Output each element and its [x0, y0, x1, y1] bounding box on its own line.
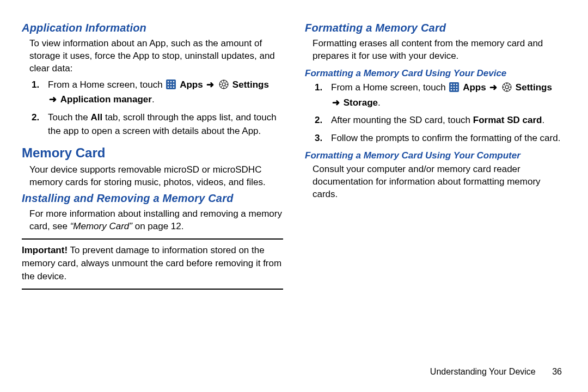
- install-text-b: on page 12.: [132, 221, 184, 231]
- svg-line-36: [509, 89, 510, 90]
- heading-format-device: Formatting a Memory Card Using Your Devi…: [305, 68, 566, 79]
- heading-memory-card: Memory Card: [22, 145, 283, 161]
- footer-section-title: Understanding Your Device: [430, 367, 536, 376]
- svg-line-15: [221, 81, 222, 82]
- svg-point-27: [451, 89, 452, 91]
- important-label: Important!: [22, 245, 68, 255]
- heading-application-information: Application Information: [22, 22, 283, 34]
- page-number: 36: [552, 367, 562, 376]
- svg-point-23: [456, 84, 458, 85]
- period: .: [542, 115, 544, 125]
- step2-a: After mounting the SD card, touch: [331, 115, 473, 125]
- step3-text: Follow the prompts to confirm the format…: [331, 133, 560, 143]
- app-info-intro: To view information about an App, such a…: [29, 38, 283, 75]
- svg-line-16: [226, 86, 227, 87]
- svg-point-24: [451, 87, 452, 88]
- svg-point-28: [454, 89, 455, 91]
- heading-install-remove: Installing and Removing a Memory Card: [22, 192, 283, 205]
- svg-point-5: [170, 84, 172, 85]
- heading-format-computer: Formatting a Memory Card Using Your Comp…: [305, 150, 566, 161]
- apps-label: Apps: [463, 82, 486, 93]
- svg-point-21: [451, 84, 452, 85]
- apps-label: Apps: [180, 79, 203, 90]
- svg-point-22: [454, 84, 455, 85]
- manual-page: Application Information To view informat…: [0, 0, 588, 392]
- install-remove-text: For more information about installing an…: [29, 208, 283, 233]
- arrow-icon: ➜: [331, 97, 341, 108]
- svg-point-3: [173, 81, 175, 83]
- svg-point-7: [168, 87, 169, 88]
- heading-formatting: Formatting a Memory Card: [305, 22, 566, 34]
- step-1: From a Home screen, touch Apps ➜ Setting…: [32, 78, 283, 107]
- svg-point-9: [173, 87, 175, 88]
- svg-point-4: [168, 84, 169, 85]
- app-manager-label: Application manager: [60, 94, 152, 105]
- arrow-icon: ➜: [488, 82, 498, 93]
- arrow-icon: ➜: [205, 79, 215, 90]
- svg-point-19: [222, 83, 225, 86]
- formatting-intro: Formatting erases all content from the m…: [313, 38, 566, 63]
- step1-pretext: From a Home screen, touch: [48, 79, 165, 90]
- two-column-layout: Application Information To view informat…: [22, 22, 566, 290]
- svg-line-35: [504, 84, 505, 85]
- important-note: Important! To prevent damage to informat…: [22, 238, 283, 289]
- step2-part-a: Touch the: [48, 112, 90, 122]
- svg-line-18: [221, 86, 222, 87]
- format-device-steps: From a Home screen, touch Apps ➜ Setting…: [315, 81, 566, 145]
- settings-label: Settings: [516, 82, 552, 93]
- svg-point-25: [454, 87, 455, 88]
- svg-point-1: [168, 81, 169, 83]
- svg-line-38: [504, 89, 505, 90]
- settings-gear-icon: [502, 82, 512, 96]
- svg-point-8: [170, 87, 172, 88]
- apps-grid-icon: [166, 79, 176, 94]
- step-1: From a Home screen, touch Apps ➜ Setting…: [315, 81, 566, 109]
- page-footer: Understanding Your Device 36: [430, 367, 562, 377]
- format-computer-text: Consult your computer and/or memory card…: [313, 163, 566, 201]
- svg-line-17: [226, 81, 227, 82]
- svg-point-6: [173, 84, 175, 85]
- step-2: Touch the All tab, scroll through the ap…: [32, 111, 283, 138]
- period: .: [378, 97, 381, 108]
- install-crossref: “Memory Card”: [70, 221, 132, 231]
- apps-grid-icon: [449, 82, 459, 96]
- svg-line-37: [509, 84, 510, 85]
- storage-label: Storage: [344, 97, 378, 108]
- step1-pretext: From a Home screen, touch: [331, 82, 448, 93]
- svg-point-39: [505, 85, 509, 89]
- all-tab-label: All: [90, 112, 102, 122]
- svg-point-26: [456, 87, 458, 88]
- svg-point-29: [456, 89, 458, 91]
- format-sd-label: Format SD card: [473, 115, 542, 125]
- settings-label: Settings: [232, 79, 269, 90]
- svg-point-2: [170, 81, 172, 83]
- arrow-icon: ➜: [48, 94, 58, 105]
- right-column: Formatting a Memory Card Formatting eras…: [305, 22, 566, 290]
- period: .: [152, 94, 155, 105]
- left-column: Application Information To view informat…: [22, 22, 283, 290]
- step-2: After mounting the SD card, touch Format…: [315, 114, 566, 127]
- step-3: Follow the prompts to confirm the format…: [315, 132, 566, 145]
- memory-card-intro: Your device supports removable microSD o…: [29, 164, 283, 189]
- app-info-steps: From a Home screen, touch Apps ➜ Setting…: [32, 78, 283, 138]
- settings-gear-icon: [219, 79, 229, 94]
